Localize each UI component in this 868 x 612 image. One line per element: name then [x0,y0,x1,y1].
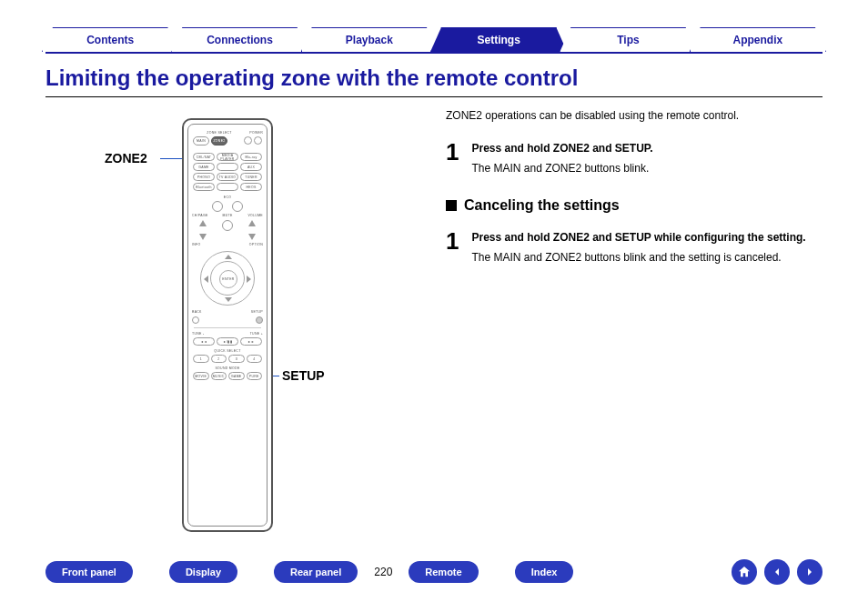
remote-text-power: POWER [247,131,263,135]
remote-btn-heos: HEOS [240,183,262,191]
remote-btn-playpause: ►/▮▮ [217,337,238,346]
page-title: Limiting the operating zone with the rem… [45,65,823,97]
nav-rear-panel[interactable]: Rear panel [274,561,358,583]
remote-btn-sm3: GAME [228,372,245,380]
remote-btn-power-off [254,136,262,145]
remote-btn-sm4: PURE [247,372,263,380]
remote-text-mute: MUTE [216,214,239,217]
remote-inner: ZONE SELECT POWER MAIN ZONE2 CBL/SAT MED… [187,124,267,527]
prev-icon[interactable] [764,559,790,585]
tab-playback[interactable]: Playback [301,27,438,52]
remote-label-heos: HEOS [246,186,256,189]
callout-zone2: ZONE2 [105,151,147,166]
remote-volume-up-icon [248,220,256,226]
remote-text-zone-select: ZONE SELECT [192,131,247,135]
remote-btn-qs2: 2 [211,355,227,363]
content-column: ZONE2 operations can be disabled using t… [446,107,823,284]
remote-volume-down-icon [248,234,256,240]
remote-btn-bluetooth: Bluetooth [193,183,215,191]
tab-appendix[interactable]: Appendix [690,27,826,52]
next-icon[interactable] [797,559,823,585]
remote-text-quickselect: QUICK SELECT [192,349,263,353]
remote-btn-tuner: TUNER [240,173,262,181]
remote-btn-sm2: MUSIC [211,372,227,380]
remote-label-qs2: 2 [217,357,219,361]
remote-label-sm-movie: MOVIE [195,375,207,378]
remote-btn-bluray: Blu-ray [240,153,262,161]
nav-remote[interactable]: Remote [409,561,478,583]
remote-btn-blank2 [217,183,238,191]
remote-btn-qs3: 3 [228,355,245,363]
remote-control-outline: ZONE SELECT POWER MAIN ZONE2 CBL/SAT MED… [182,118,273,532]
cancel-step-1-title: Press and hold ZONE2 and SETUP while con… [471,229,805,246]
remote-text-soundmode: SOUND MODE [192,366,263,370]
remote-label-qs1: 1 [200,357,202,361]
cancel-step-1: 1 Press and hold ZONE2 and SETUP while c… [446,229,823,266]
remote-btn-tvaudio: TV AUDIO [217,173,238,181]
remote-btn-aux: AUX [240,163,262,171]
remote-btn-next: ►► [240,337,262,346]
remote-label-sm-game: GAME [231,375,242,378]
remote-label-tvaudio: TV AUDIO [219,176,237,179]
remote-btn-eco2 [232,201,243,212]
home-icon[interactable] [732,559,757,585]
remote-label-sm-music: MUSIC [213,375,225,378]
remote-btn-qs4: 4 [247,355,263,363]
remote-label-qs4: 4 [253,357,255,361]
cancel-step-1-body: The MAIN and ZONE2 buttons blink and the… [471,249,805,266]
remote-text-volume: VOLUME [239,214,263,217]
remote-text-info: INFO [192,243,227,246]
remote-label-tuner: TUNER [245,176,257,179]
step-1: 1 Press and hold ZONE2 and SETUP. The MA… [446,140,823,176]
remote-btn-media: MEDIA PLAYER [217,153,238,161]
nav-index[interactable]: Index [515,561,574,583]
nav-display[interactable]: Display [169,561,237,583]
nav-front-panel[interactable]: Front panel [45,561,133,583]
remote-text-tune-plus: TUNE + [250,332,263,336]
callout-setup: SETUP [282,368,325,383]
remote-btn-power-on [244,136,252,145]
square-bullet-icon [446,200,457,211]
tab-settings[interactable]: Settings [430,27,567,52]
remote-diagram: ZONE2 SETUP ZONE SELECT POWER MAIN ZONE2… [91,118,419,537]
remote-label-main: MAIN [197,139,206,143]
remote-btn-prev: ◄◄ [193,337,215,346]
step-1-body: The MAIN and ZONE2 buttons blink. [471,160,652,176]
cancel-step-1-number: 1 [446,229,459,266]
remote-btn-sm1: MOVIE [193,372,209,380]
remote-text-setup: SETUP [227,310,263,314]
remote-label-bluray: Blu-ray [245,156,257,159]
step-1-number: 1 [446,140,459,176]
remote-arrow-up-icon [225,255,232,259]
remote-label-aux: AUX [247,166,255,169]
remote-label-cblsat: CBL/SAT [197,156,211,159]
remote-text-chpage: CH/PAGE [192,214,216,217]
remote-label-qs3: 3 [236,357,237,361]
remote-chpage-up-icon [199,220,207,226]
remote-btn-game: GAME [193,163,215,171]
remote-btn-setup [256,316,263,324]
page-number: 220 [374,566,392,578]
remote-chpage-down-icon [199,234,207,240]
remote-arrow-right-icon [247,276,251,283]
remote-label-enter: ENTER [222,277,234,281]
remote-label-game: GAME [198,166,209,169]
remote-btn-back [192,316,199,324]
remote-arrow-left-icon [204,276,208,283]
step-1-title: Press and hold ZONE2 and SETUP. [471,140,652,156]
remote-label-phono: PHONO [197,176,210,179]
remote-label-media: MEDIA PLAYER [217,154,237,161]
subheading-cancel: Canceling the settings [446,195,823,216]
subheading-text: Canceling the settings [464,195,620,216]
remote-btn-zone2: ZONE2 [211,136,227,145]
tab-contents[interactable]: Contents [42,27,178,52]
intro-text: ZONE2 operations can be disabled using t… [446,107,823,124]
remote-btn-cblsat: CBL/SAT [193,153,215,161]
remote-label-bluetooth: Bluetooth [196,186,212,189]
remote-label-sm-pure: PURE [249,375,259,378]
remote-text-back: BACK [192,310,227,314]
remote-btn-main: MAIN [193,136,209,145]
tab-connections[interactable]: Connections [171,27,308,52]
tab-tips[interactable]: Tips [560,27,696,52]
remote-btn-qs1: 1 [193,355,209,363]
